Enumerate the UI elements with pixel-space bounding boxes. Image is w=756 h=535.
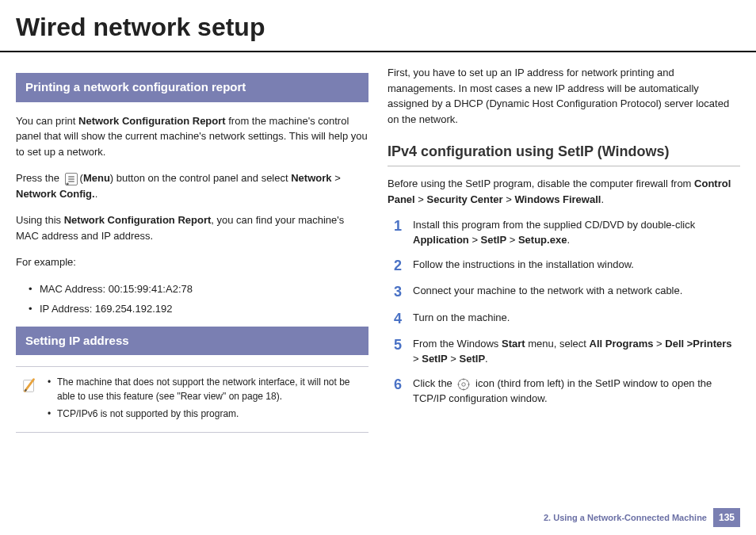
step-item: 4 Turn on the machine. bbox=[388, 311, 740, 328]
para-using-report: Using this Network Configuration Report,… bbox=[16, 212, 368, 243]
step-item: 5 From the Windows Start menu, select Al… bbox=[388, 337, 740, 367]
text: . bbox=[601, 193, 604, 205]
text: > bbox=[332, 172, 341, 184]
content-columns: Printing a network configuration report … bbox=[0, 59, 756, 436]
text: > bbox=[503, 193, 515, 205]
text: > bbox=[506, 234, 518, 246]
text: . bbox=[485, 353, 488, 365]
text: menu, select bbox=[525, 338, 590, 350]
step-text: Connect your machine to the network with… bbox=[413, 284, 740, 299]
text: ) button on the control panel and select bbox=[110, 172, 291, 184]
text: Using this bbox=[16, 214, 64, 226]
text: Click the bbox=[413, 377, 455, 389]
para-print-report: You can print Network Configuration Repo… bbox=[16, 113, 368, 160]
menu-button-icon: ✱ bbox=[64, 172, 78, 186]
example-bullets: MAC Address: 00:15:99:41:A2:78 IP Addres… bbox=[29, 281, 368, 317]
bold: SetIP bbox=[481, 234, 507, 246]
text: > bbox=[469, 234, 481, 246]
step-number: 3 bbox=[388, 284, 402, 301]
note-bullets: The machine that does not support the ne… bbox=[48, 375, 364, 424]
step-item: 1 Install this program from the supplied… bbox=[388, 218, 740, 248]
step-item: 2 Follow the instructions in the install… bbox=[388, 258, 740, 275]
step-number: 4 bbox=[388, 311, 402, 328]
text: From the Windows bbox=[413, 338, 502, 350]
step-number: 6 bbox=[388, 376, 402, 394]
text: Press the bbox=[16, 172, 63, 184]
text: You can print bbox=[16, 115, 78, 127]
bold: All Programs bbox=[590, 338, 654, 350]
list-item: The machine that does not support the ne… bbox=[48, 375, 364, 403]
text: > bbox=[415, 193, 427, 205]
bold: Security Center bbox=[427, 193, 503, 205]
bold: SetIP bbox=[460, 353, 486, 365]
step-item: 6 Click the icon (third from left) in th… bbox=[388, 376, 740, 407]
para-intro: First, you have to set up an IP address … bbox=[388, 65, 740, 127]
setip-gear-icon bbox=[456, 377, 471, 392]
svg-text:✱: ✱ bbox=[66, 181, 69, 185]
step-text: Follow the instructions in the installat… bbox=[413, 258, 740, 273]
para-pre-steps: Before using the SetIP program, disable … bbox=[388, 176, 740, 207]
subhead-rule bbox=[388, 166, 740, 166]
bold: Dell >Printers bbox=[665, 338, 731, 350]
note-box: The machine that does not support the ne… bbox=[16, 366, 368, 433]
page-footer: 2. Using a Network-Connected Machine 135 bbox=[544, 508, 740, 527]
step-number: 1 bbox=[388, 218, 402, 235]
list-item: TCP/IPv6 is not supported by this progra… bbox=[48, 407, 364, 421]
page-title: Wired network setup bbox=[0, 0, 756, 51]
footer-chapter: 2. Using a Network-Connected Machine bbox=[544, 511, 707, 525]
title-rule bbox=[0, 51, 756, 52]
bold: Network Configuration Report bbox=[78, 115, 226, 127]
text: Install this program from the supplied C… bbox=[413, 219, 695, 231]
text: . bbox=[95, 188, 98, 200]
text: > bbox=[413, 353, 422, 365]
section-head-print-report: Printing a network configuration report bbox=[16, 73, 368, 102]
step-text: Click the icon (third from left) in the … bbox=[413, 376, 740, 407]
step-number: 2 bbox=[388, 258, 402, 275]
bold: Network bbox=[291, 172, 331, 184]
step-text: Turn on the machine. bbox=[413, 311, 740, 326]
text: . bbox=[567, 234, 570, 246]
page-number: 135 bbox=[713, 508, 740, 527]
step-number: 5 bbox=[388, 337, 402, 354]
step-item: 3 Connect your machine to the network wi… bbox=[388, 284, 740, 301]
step-text: From the Windows Start menu, select All … bbox=[413, 337, 740, 367]
bold: Windows Firewall bbox=[514, 193, 601, 205]
step-text: Install this program from the supplied C… bbox=[413, 218, 740, 248]
para-for-example: For example: bbox=[16, 254, 368, 270]
bold: Application bbox=[413, 234, 469, 246]
list-item: IP Address: 169.254.192.192 bbox=[29, 301, 368, 317]
svg-point-7 bbox=[462, 382, 466, 386]
text: > bbox=[448, 353, 460, 365]
text: > bbox=[653, 338, 665, 350]
list-item: MAC Address: 00:15:99:41:A2:78 bbox=[29, 281, 368, 297]
left-column: Printing a network configuration report … bbox=[16, 65, 368, 436]
bold: Network Configuration Report bbox=[64, 214, 212, 226]
steps-list: 1 Install this program from the supplied… bbox=[388, 218, 740, 407]
section-head-setting-ip: Setting IP address bbox=[16, 327, 368, 356]
bold: Setup.exe bbox=[518, 234, 567, 246]
note-pencil-icon bbox=[21, 376, 38, 394]
bold: Menu bbox=[83, 172, 110, 184]
bold: Start bbox=[502, 338, 525, 350]
bold: SetIP bbox=[422, 353, 448, 365]
right-column: First, you have to set up an IP address … bbox=[388, 65, 740, 436]
text: Before using the SetIP program, disable … bbox=[388, 178, 694, 189]
subhead-ipv4: IPv4 configuration using SetIP (Windows) bbox=[388, 141, 740, 162]
bold: Network Config. bbox=[16, 188, 95, 200]
para-menu-press: Press the ✱(Menu) button on the control … bbox=[16, 170, 368, 201]
